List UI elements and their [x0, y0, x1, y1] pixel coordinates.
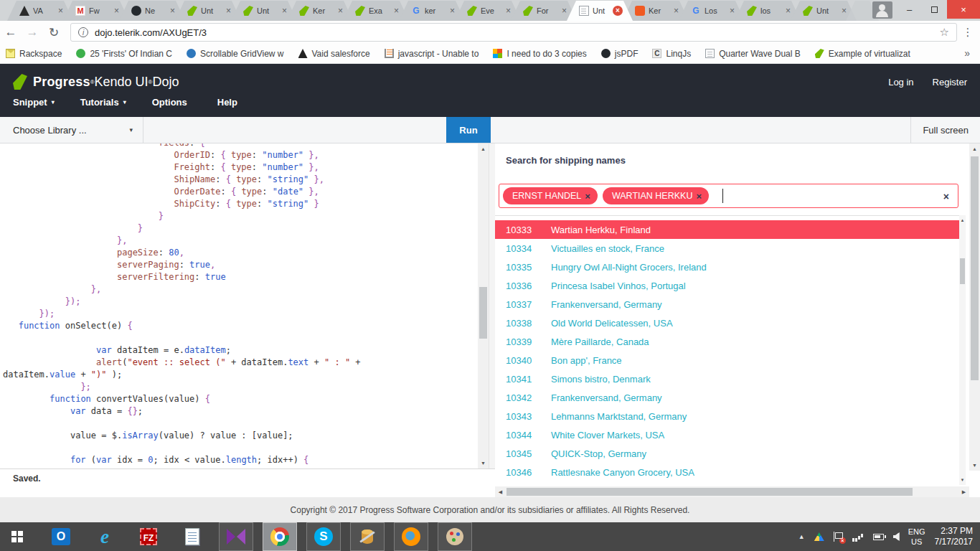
google-drive-icon[interactable] — [814, 532, 824, 541]
browser-tab[interactable]: Eve × — [455, 1, 521, 21]
tab-close-icon[interactable]: × — [58, 6, 63, 15]
browser-tab[interactable]: Unt × — [567, 1, 633, 21]
site-logo[interactable]: Progress ® Kendo UI ® Dojo — [13, 74, 179, 90]
tab-close-icon[interactable]: × — [842, 6, 847, 15]
dropdown-item[interactable]: 10335 Hungry Owl All-Night Grocers, Irel… — [495, 258, 959, 276]
tab-close-icon[interactable]: × — [338, 6, 343, 15]
dropdown-item[interactable]: 10336 Princesa Isabel Vinhos, Portugal — [495, 276, 959, 295]
editor-scrollbar[interactable]: ▲ ▼ — [478, 143, 489, 468]
browser-tab[interactable]: For × — [511, 1, 577, 21]
tab-close-icon[interactable]: × — [562, 6, 567, 15]
tab-close-icon[interactable]: × — [114, 6, 119, 15]
bookmark-item[interactable]: 25 'Firsts' Of Indian C — [76, 49, 172, 59]
back-icon[interactable]: ← — [0, 25, 22, 39]
menu-item[interactable]: Tutorials ▾ — [80, 97, 126, 108]
tab-close-icon[interactable]: × — [282, 6, 287, 15]
editor-scrollbar-thumb[interactable] — [479, 287, 487, 339]
language-indicator[interactable]: ENG US — [908, 527, 925, 547]
bookmark-item[interactable]: Example of virtualizat — [815, 49, 910, 59]
browser-menu-icon[interactable]: ⋮ — [957, 26, 979, 39]
tag-close-icon[interactable]: × — [696, 191, 702, 202]
bookmark-item[interactable]: Scrollable GridView w — [187, 49, 284, 59]
login-link[interactable]: Log in — [888, 77, 913, 88]
clock[interactable]: 2:37 PM 7/17/2017 — [935, 526, 973, 547]
dropdown-item[interactable]: 10333 Wartian Herkku, Finland — [495, 220, 959, 239]
page-info-icon[interactable]: i — [78, 27, 88, 37]
taskbar-app-button[interactable] — [306, 522, 341, 551]
tab-close-icon[interactable]: × — [394, 6, 399, 15]
dropdown-item[interactable]: 10334 Victuailles en stock, France — [495, 239, 959, 258]
browser-tab[interactable]: Ker × — [287, 1, 353, 21]
library-dropdown[interactable]: Choose Library ... ▾ — [0, 117, 143, 143]
dropdown-item[interactable]: 10343 Lehmanns Marktstand, Germany — [495, 407, 959, 425]
tab-close-icon[interactable]: × — [674, 6, 679, 15]
taskbar-app-button[interactable] — [175, 522, 209, 551]
address-bar[interactable]: i dojo.telerik.com/AXUgET/3 ☆ — [70, 23, 957, 42]
tray-expand-icon[interactable]: ▲ — [798, 533, 805, 540]
bookmark-item[interactable]: I need to do 3 copies — [493, 49, 586, 59]
tab-close-icon[interactable]: × — [786, 6, 791, 15]
dropdown-item[interactable]: 10344 White Clover Markets, USA — [495, 425, 959, 444]
scroll-right-icon[interactable]: ▶ — [958, 486, 969, 497]
taskbar-app-button[interactable] — [438, 522, 472, 551]
bookmark-item[interactable]: javascript - Unable to — [385, 49, 479, 59]
preview-hscrollbar-thumb[interactable] — [507, 488, 913, 496]
taskbar-app-button[interactable] — [263, 522, 297, 551]
browser-tab[interactable]: Los × — [679, 1, 745, 21]
bookmark-item[interactable]: jsPDF — [601, 49, 639, 59]
dropdown-item[interactable]: 10341 Simons bistro, Denmark — [495, 369, 959, 388]
reload-icon[interactable]: ↻ — [43, 25, 65, 40]
dropdown-scrollbar[interactable]: ▲ ▼ — [959, 215, 966, 485]
dropdown-item[interactable]: 10340 Bon app', France — [495, 351, 959, 369]
menu-item[interactable]: Snippet ▾ — [13, 97, 55, 108]
browser-tab[interactable]: Exa × — [343, 1, 409, 21]
taskbar-app-button[interactable] — [131, 522, 166, 551]
run-button[interactable]: Run — [446, 117, 491, 143]
browser-tab[interactable]: Unt × — [231, 1, 297, 21]
preview-hscrollbar[interactable]: ◀ ▶ — [495, 486, 969, 497]
dropdown-item[interactable]: 10338 Old World Delicatessen, USA — [495, 314, 959, 332]
clear-all-icon[interactable]: × — [943, 191, 949, 202]
tab-close-icon[interactable]: × — [226, 6, 231, 15]
bookmark-star-icon[interactable]: ☆ — [940, 26, 949, 39]
dropdown-item[interactable]: 10337 Frankenversand, Germany — [495, 295, 959, 314]
bookmarks-overflow-icon[interactable]: » — [964, 47, 970, 59]
browser-tab[interactable]: Ker × — [623, 1, 689, 21]
register-link[interactable]: Register — [933, 77, 967, 88]
browser-tab[interactable]: los × — [735, 1, 801, 21]
taskbar-app-button[interactable] — [350, 522, 385, 551]
scroll-up-icon[interactable]: ▲ — [478, 143, 489, 154]
scroll-up-icon[interactable]: ▲ — [959, 217, 966, 224]
taskbar-app-button[interactable] — [88, 522, 122, 551]
browser-tab[interactable]: Fw × — [63, 1, 129, 21]
bookmark-item[interactable]: Rackspace — [6, 49, 62, 59]
browser-tab[interactable]: Ne × — [119, 1, 185, 21]
taskbar-app-button[interactable] — [219, 522, 253, 551]
restore-button[interactable] — [922, 0, 947, 19]
scroll-down-icon[interactable]: ▼ — [478, 458, 489, 468]
preview-scrollbar[interactable]: ▲ ▼ — [969, 143, 980, 471]
tab-close-icon[interactable]: × — [613, 6, 623, 16]
bookmark-item[interactable]: Vaid salesforce — [298, 49, 370, 59]
dropdown-item[interactable]: 10342 Frankenversand, Germany — [495, 388, 959, 407]
battery-icon[interactable] — [873, 534, 884, 540]
fullscreen-button[interactable]: Full screen — [910, 117, 980, 143]
bookmark-item[interactable]: LinqJs — [652, 49, 691, 59]
tab-close-icon[interactable]: × — [506, 6, 511, 15]
start-button[interactable] — [0, 522, 34, 551]
scroll-up-icon[interactable]: ▲ — [969, 143, 980, 154]
tab-close-icon[interactable]: × — [730, 6, 735, 15]
close-button[interactable]: × — [947, 0, 980, 19]
multiselect-input[interactable]: ERNST HANDEL × WARTIAN HERKKU × × — [499, 184, 958, 208]
menu-item[interactable]: Options — [152, 97, 192, 108]
browser-tab[interactable]: Unt × — [175, 1, 241, 21]
network-signal-icon[interactable] — [852, 532, 864, 542]
scroll-left-icon[interactable]: ◀ — [495, 486, 506, 497]
dropdown-scrollbar-thumb[interactable] — [960, 258, 965, 284]
minimize-button[interactable]: – — [897, 0, 922, 19]
action-center-flag-icon[interactable]: × — [834, 532, 843, 542]
taskbar-app-button[interactable] — [394, 522, 428, 551]
scroll-down-icon[interactable]: ▼ — [969, 460, 980, 471]
tag-close-icon[interactable]: × — [585, 191, 590, 202]
menu-item[interactable]: Help — [217, 97, 242, 108]
